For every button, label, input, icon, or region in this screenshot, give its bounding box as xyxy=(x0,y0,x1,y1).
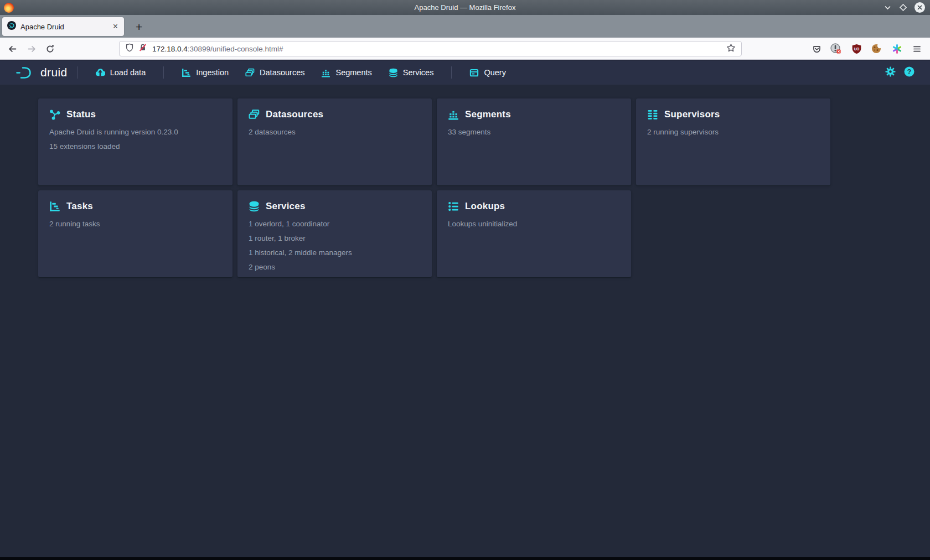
extension-disabled-icon[interactable] xyxy=(829,42,843,55)
card-line: 1 overlord, 1 coordinator xyxy=(249,220,418,228)
browser-toolbar: 172.18.0.4:30899/unified-console.html# xyxy=(0,38,930,60)
hamburger-menu-icon[interactable] xyxy=(910,42,923,55)
new-tab-button[interactable]: + xyxy=(131,21,147,33)
nav-item-segments[interactable]: Segments xyxy=(313,64,380,81)
ublock-origin-icon[interactable]: UO xyxy=(850,42,863,55)
tracking-protection-shield-icon[interactable] xyxy=(125,43,134,54)
help-glyph: ? xyxy=(907,68,911,75)
card-status[interactable]: Status Apache Druid is running version 0… xyxy=(38,98,232,185)
card-line: 1 router, 1 broker xyxy=(249,234,418,242)
titlebar: Apache Druid — Mozilla Firefox xyxy=(0,0,930,15)
nav-item-label: Services xyxy=(403,68,434,77)
card-line: 33 segments xyxy=(448,128,618,136)
card-title: Datasources xyxy=(266,109,323,120)
url-text: 172.18.0.4:30899/unified-console.html# xyxy=(152,45,726,53)
url-bar[interactable]: 172.18.0.4:30899/unified-console.html# xyxy=(119,41,742,56)
back-icon[interactable] xyxy=(5,42,19,56)
multi-select-icon xyxy=(249,109,260,120)
druid-home-view: Status Apache Druid is running version 0… xyxy=(0,85,930,557)
firefox-icon xyxy=(4,3,14,13)
reload-icon[interactable] xyxy=(43,42,57,56)
tab-strip: Apache Druid × + xyxy=(0,15,930,38)
window-title: Apache Druid — Mozilla Firefox xyxy=(0,3,930,12)
card-line: 2 datasources xyxy=(249,128,418,136)
card-line: 2 peons xyxy=(249,263,418,271)
nav-divider xyxy=(451,66,452,79)
window-maximize-icon[interactable] xyxy=(898,3,908,12)
card-line: 1 historical, 2 middle managers xyxy=(249,248,418,257)
nav-item-label: Datasources xyxy=(260,68,304,77)
screen-edge xyxy=(0,557,930,560)
tab-favicon-druid-icon xyxy=(7,21,16,32)
firefox-window: Apache Druid — Mozilla Firefox xyxy=(0,0,930,560)
cloud-upload-icon xyxy=(95,68,105,77)
window-close-icon[interactable] xyxy=(914,2,926,13)
nav-item-load-data[interactable]: Load data xyxy=(87,64,154,81)
settings-gear-icon[interactable] xyxy=(885,66,896,79)
tab-title: Apache Druid xyxy=(20,23,110,31)
tab-close-icon[interactable]: × xyxy=(110,22,121,32)
card-title: Lookups xyxy=(465,201,505,212)
graph-icon xyxy=(49,109,60,120)
card-supervisors[interactable]: Supervisors 2 running supervisors xyxy=(636,98,830,185)
url-host: 172.18.0.4 xyxy=(152,45,188,53)
url-path: :30899/unified-console.html# xyxy=(188,45,283,53)
nav-divider xyxy=(163,66,164,79)
nav-item-label: Ingestion xyxy=(196,68,229,77)
druid-brand-text: druid xyxy=(40,66,68,79)
nav-item-label: Query xyxy=(484,68,506,77)
card-line: 2 running supervisors xyxy=(647,128,817,136)
gantt-chart-icon xyxy=(182,68,191,77)
card-line: Apache Druid is running version 0.23.0 xyxy=(49,128,219,136)
nav-item-ingestion[interactable]: Ingestion xyxy=(173,64,237,81)
multi-select-icon xyxy=(245,68,255,77)
card-segments[interactable]: Segments 33 segments xyxy=(437,98,631,185)
cookie-extension-icon[interactable] xyxy=(870,42,883,55)
pocket-icon[interactable] xyxy=(810,42,823,55)
nav-item-services[interactable]: Services xyxy=(380,64,442,81)
gantt-chart-icon xyxy=(49,201,60,212)
card-title: Segments xyxy=(465,109,511,120)
card-lookups[interactable]: Lookups Lookups uninitialized xyxy=(437,190,631,277)
nav-item-label: Segments xyxy=(335,68,371,77)
card-title: Supervisors xyxy=(664,109,720,120)
card-title: Services xyxy=(266,201,306,212)
card-services[interactable]: Services 1 overlord, 1 coordinator 1 rou… xyxy=(237,190,432,277)
card-title: Status xyxy=(66,109,96,120)
nav-item-datasources[interactable]: Datasources xyxy=(237,64,313,81)
nav-divider xyxy=(77,66,78,79)
stacked-chart-icon xyxy=(448,109,459,120)
card-datasources[interactable]: Datasources 2 datasources xyxy=(237,98,432,185)
stacked-chart-icon xyxy=(321,68,330,77)
console-icon xyxy=(469,68,479,77)
help-icon[interactable]: ? xyxy=(904,66,914,79)
ublock-label: UO xyxy=(854,46,859,50)
multicolor-asterisk-extension-icon[interactable] xyxy=(890,42,903,55)
card-tasks[interactable]: Tasks 2 running tasks xyxy=(38,190,232,277)
database-icon xyxy=(389,68,398,77)
tab-apache-druid[interactable]: Apache Druid × xyxy=(2,17,124,36)
database-icon xyxy=(249,201,260,212)
druid-logo[interactable]: druid xyxy=(16,65,68,80)
insecure-lock-icon[interactable] xyxy=(138,43,147,54)
properties-list-icon xyxy=(448,201,459,212)
list-columns-icon xyxy=(647,109,658,120)
nav-item-query[interactable]: Query xyxy=(461,64,514,81)
bookmark-star-icon[interactable] xyxy=(726,43,736,55)
card-title: Tasks xyxy=(66,201,93,212)
forward-icon[interactable] xyxy=(24,42,39,56)
druid-header-bar: druid Load data Ingestion xyxy=(0,60,930,85)
card-line: 2 running tasks xyxy=(49,220,219,228)
window-minimize-icon[interactable] xyxy=(883,3,892,12)
card-line: Lookups uninitialized xyxy=(448,220,618,228)
card-line: 15 extensions loaded xyxy=(49,142,219,151)
nav-item-label: Load data xyxy=(110,68,146,77)
druid-logo-icon xyxy=(16,65,35,80)
